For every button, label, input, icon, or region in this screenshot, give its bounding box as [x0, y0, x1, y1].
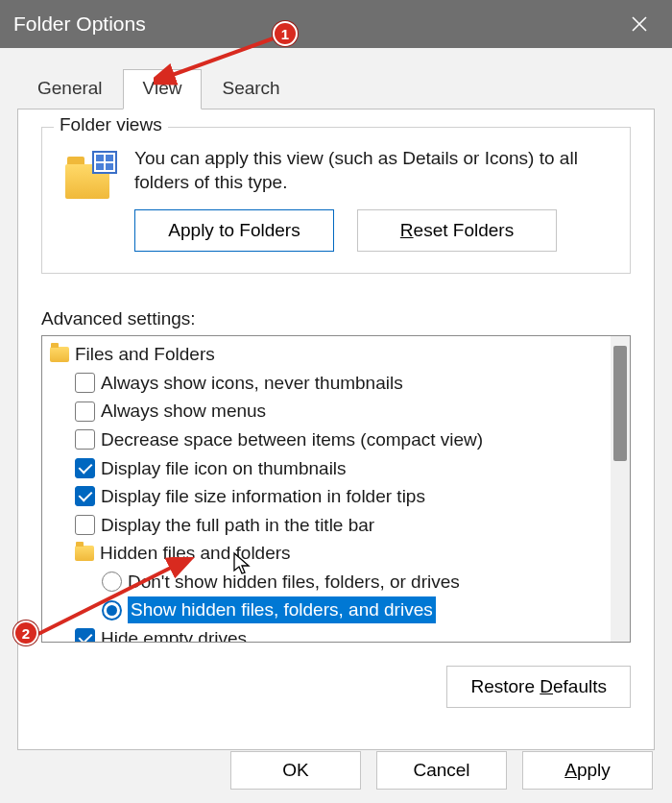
window-title: Folder Options [13, 12, 620, 36]
tab-general[interactable]: General [17, 69, 123, 109]
scroll-thumb[interactable] [613, 346, 627, 461]
checkbox[interactable] [75, 628, 95, 642]
folder-views-group: Folder views You can apply this view (su… [41, 127, 631, 274]
tree-scrollbar[interactable] [611, 336, 630, 642]
reset-folders-button[interactable]: Reset Folders [357, 209, 557, 252]
checkbox[interactable] [75, 429, 95, 450]
radio[interactable] [102, 572, 122, 592]
tree-label: Display the full path in the title bar [101, 512, 374, 539]
tree-label: Always show icons, never thumbnails [101, 370, 403, 397]
content-area: General View Search Folder views You can… [0, 48, 672, 803]
annotation-badge-2: 2 [13, 620, 38, 645]
checkbox[interactable] [75, 458, 95, 478]
tree-label: Hidden files and folders [100, 540, 291, 567]
radio[interactable] [102, 600, 122, 620]
close-button[interactable] [620, 5, 659, 43]
tab-search[interactable]: Search [202, 69, 300, 109]
checkbox[interactable] [75, 402, 95, 422]
folder-views-description: You can apply this view (such as Details… [134, 147, 612, 194]
tab-strip: General View Search [0, 48, 672, 109]
checkbox[interactable] [75, 373, 95, 393]
tree-label: Files and Folders [75, 341, 215, 368]
tab-view[interactable]: View [123, 69, 203, 110]
checkbox[interactable] [75, 486, 95, 506]
folder-icon [75, 546, 94, 561]
restore-defaults-button[interactable]: Restore Defaults [446, 666, 631, 708]
apply-to-folders-button[interactable]: Apply to Folders [134, 209, 334, 252]
apply-button[interactable]: Apply [522, 751, 653, 790]
advanced-settings-label: Advanced settings: [41, 308, 631, 329]
tree-label: Display file size information in folder … [101, 483, 425, 510]
tree-label: Decrease space between items (compact vi… [101, 426, 483, 453]
folder-views-icon [65, 151, 117, 199]
tree-label: Display file icon on thumbnails [101, 455, 347, 482]
tree-group-files-folders: Files and Folders [48, 340, 611, 369]
tree-item-icon-on-thumb[interactable]: Display file icon on thumbnails [48, 454, 611, 483]
checkbox[interactable] [75, 515, 95, 535]
tree-item-always-icons[interactable]: Always show icons, never thumbnails [48, 369, 611, 398]
annotation-badge-1: 1 [273, 21, 298, 46]
close-icon [631, 15, 648, 33]
tree-item-full-path-title[interactable]: Display the full path in the title bar [48, 511, 611, 540]
tree-group-hidden: Hidden files and folders [48, 539, 611, 568]
tree-radio-show-hidden[interactable]: Show hidden files, folders, and drives [48, 596, 611, 624]
folder-views-title: Folder views [54, 114, 168, 135]
tree-item-compact-view[interactable]: Decrease space between items (compact vi… [48, 426, 611, 454]
tree-label: Show hidden files, folders, and drives [128, 596, 436, 623]
tree-label: Hide empty drives [101, 625, 247, 643]
tree-item-hide-empty[interactable]: Hide empty drives [48, 624, 611, 643]
tree-label: Always show menus [101, 398, 266, 425]
advanced-settings-tree[interactable]: Files and Folders Always show icons, nev… [41, 335, 631, 643]
tree-label: Don't show hidden files, folders, or dri… [128, 569, 460, 596]
tree-radio-dont-show-hidden[interactable]: Don't show hidden files, folders, or dri… [48, 568, 611, 596]
cancel-button[interactable]: Cancel [376, 751, 507, 790]
folder-icon [50, 347, 69, 362]
titlebar: Folder Options [0, 0, 672, 48]
dialog-button-row: OK Cancel Apply [230, 751, 653, 790]
tree-item-size-in-tips[interactable]: Display file size information in folder … [48, 482, 611, 511]
tree-item-always-menus[interactable]: Always show menus [48, 397, 611, 426]
ok-button[interactable]: OK [230, 751, 361, 790]
tab-panel-view: Folder views You can apply this view (su… [17, 109, 655, 750]
